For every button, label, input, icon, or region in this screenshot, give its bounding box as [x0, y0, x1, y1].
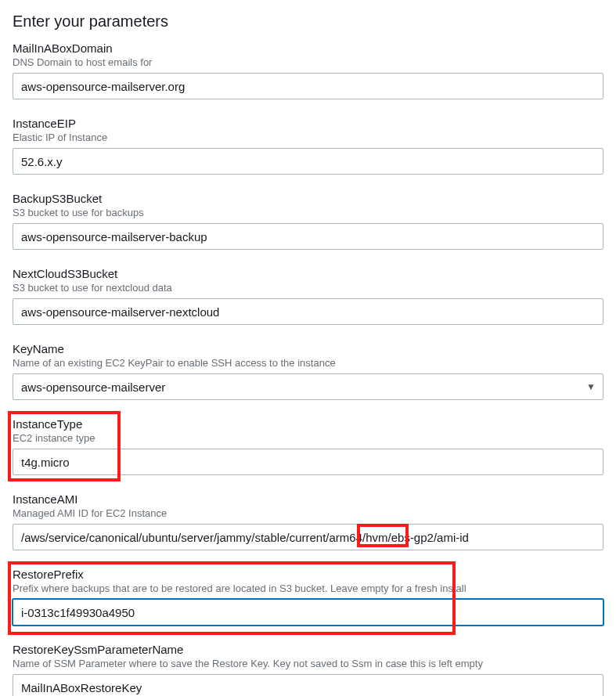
select-key-name[interactable] [13, 373, 603, 400]
field-key-name: KeyName Name of an existing EC2 KeyPair … [13, 342, 603, 400]
help-backup-s3-bucket: S3 bucket to use for backups [13, 207, 603, 218]
input-nextcloud-s3-bucket[interactable] [13, 298, 603, 325]
help-instance-eip: Elastic IP of Instance [13, 132, 603, 143]
input-restore-prefix[interactable] [13, 599, 603, 626]
help-restore-prefix: Prefix where backups that are to be rest… [13, 582, 603, 594]
input-instance-ami[interactable] [13, 524, 603, 550]
field-instance-type: InstanceType EC2 instance type [13, 417, 603, 475]
label-restore-prefix: RestorePrefix [13, 568, 603, 581]
field-instance-ami: InstanceAMI Managed AMI ID for EC2 Insta… [13, 492, 603, 550]
field-backup-s3-bucket: BackupS3Bucket S3 bucket to use for back… [13, 192, 603, 250]
input-instance-eip[interactable] [13, 148, 603, 175]
input-restore-key-ssm[interactable] [13, 674, 603, 696]
input-backup-s3-bucket[interactable] [13, 223, 603, 250]
help-instance-type: EC2 instance type [13, 432, 603, 444]
field-restore-key-ssm: RestoreKeySsmParameterName Name of SSM P… [13, 643, 603, 696]
field-restore-prefix: RestorePrefix Prefix where backups that … [13, 568, 603, 626]
input-mailinabox-domain[interactable] [13, 73, 603, 99]
label-backup-s3-bucket: BackupS3Bucket [13, 192, 603, 205]
help-key-name: Name of an existing EC2 KeyPair to enabl… [13, 357, 603, 369]
help-instance-ami: Managed AMI ID for EC2 Instance [13, 507, 603, 519]
label-restore-key-ssm: RestoreKeySsmParameterName [13, 643, 603, 656]
field-nextcloud-s3-bucket: NextCloudS3Bucket S3 bucket to use for n… [13, 267, 603, 325]
label-key-name: KeyName [13, 342, 603, 355]
page-title: Enter your parameters [13, 13, 603, 31]
label-mailinabox-domain: MailInABoxDomain [13, 41, 603, 55]
help-nextcloud-s3-bucket: S3 bucket to use for nextcloud data [13, 282, 603, 294]
help-mailinabox-domain: DNS Domain to host emails for [13, 56, 603, 68]
label-instance-ami: InstanceAMI [13, 492, 603, 506]
label-nextcloud-s3-bucket: NextCloudS3Bucket [13, 267, 603, 280]
label-instance-eip: InstanceEIP [13, 117, 603, 130]
field-mailinabox-domain: MailInABoxDomain DNS Domain to host emai… [13, 41, 603, 99]
input-instance-type[interactable] [13, 449, 603, 475]
label-instance-type: InstanceType [13, 417, 603, 431]
help-restore-key-ssm: Name of SSM Parameter where to save the … [13, 658, 603, 669]
field-instance-eip: InstanceEIP Elastic IP of Instance [13, 117, 603, 175]
